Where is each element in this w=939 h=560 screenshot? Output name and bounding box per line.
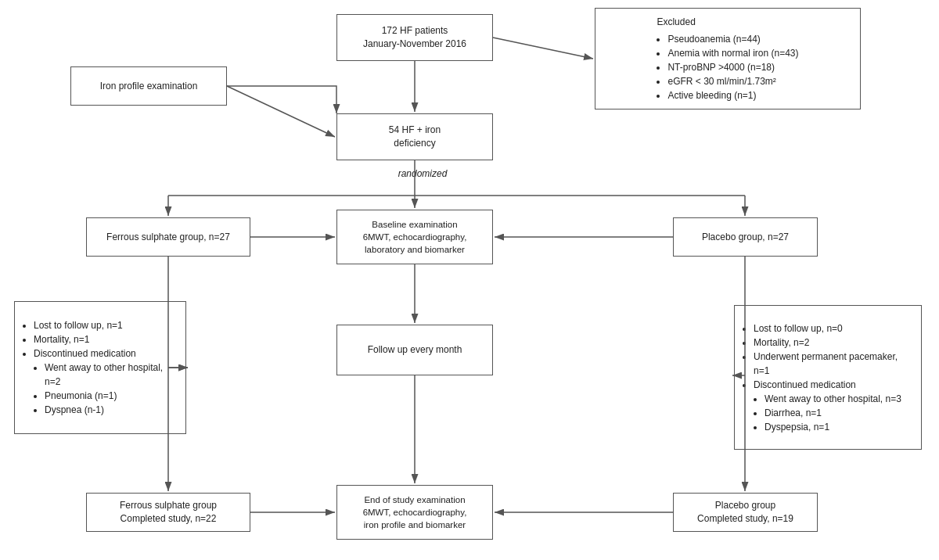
lp-item-1: Lost to follow up, n=0 [754, 321, 913, 336]
excluded-content: Excluded Pseudoanemia (n=44) Anemia with… [657, 15, 798, 102]
follow-up-text: Follow up every month [368, 343, 462, 357]
excluded-title: Excluded [657, 15, 798, 29]
lp-item-2: Mortality, n=2 [754, 336, 913, 350]
excluded-item-4: eGFR < 30 ml/min/1.73m² [667, 74, 798, 88]
svg-line-1 [227, 86, 335, 137]
excluded-item-5: Active bleeding (n=1) [667, 88, 798, 102]
lf-item-3: Discontinued medication Went away to oth… [34, 346, 178, 417]
baseline-text: Baseline examination 6MWT, echocardiogra… [363, 218, 467, 256]
lp-sub-1: Went away to other hospital, n=3 [765, 392, 913, 406]
hf-iron-box: 54 HF + iron deficiency [336, 113, 493, 160]
excluded-item-2: Anemia with normal iron (n=43) [667, 46, 798, 60]
follow-up-box: Follow up every month [336, 325, 493, 375]
lp-item-3: Underwent permanent pacemaker, n=1 [754, 350, 913, 378]
iron-profile-box: Iron profile examination [70, 66, 227, 106]
baseline-box: Baseline examination 6MWT, echocardiogra… [336, 210, 493, 264]
lp-sub-3: Dyspepsia, n=1 [765, 420, 913, 434]
ferrous-group-box: Ferrous sulphate group, n=27 [86, 217, 250, 257]
lf-sub-3: Dyspnea (n-1) [45, 403, 178, 417]
excluded-item-1: Pseudoanemia (n=44) [667, 32, 798, 46]
lp-item-4: Discontinued medication Went away to oth… [754, 378, 913, 434]
ferrous-group-text: Ferrous sulphate group, n=27 [106, 231, 230, 244]
svg-line-3 [493, 38, 593, 59]
ferrous-completed-box: Ferrous sulphate group Completed study, … [86, 493, 250, 532]
lost-placebo-box: Lost to follow up, n=0 Mortality, n=2 Un… [734, 305, 922, 450]
excluded-box: Excluded Pseudoanemia (n=44) Anemia with… [595, 8, 861, 109]
iron-profile-text: Iron profile examination [100, 80, 198, 93]
placebo-completed-text: Placebo group Completed study, n=19 [697, 499, 793, 526]
end-study-box: End of study examination 6MWT, echocardi… [336, 485, 493, 540]
excluded-item-3: NT-proBNP >4000 (n=18) [667, 60, 798, 74]
lp-sub-2: Diarrhea, n=1 [765, 406, 913, 420]
ferrous-completed-text: Ferrous sulphate group Completed study, … [120, 499, 217, 526]
placebo-group-box: Placebo group, n=27 [673, 217, 818, 257]
lost-ferrous-content: Lost to follow up, n=1 Mortality, n=1 Di… [23, 318, 178, 417]
hf-patients-box: 172 HF patients January-November 2016 [336, 14, 493, 61]
lf-sub-1: Went away to other hospital, n=2 [45, 361, 178, 389]
lf-item-2: Mortality, n=1 [34, 332, 178, 346]
flowchart-diagram: 172 HF patients January-November 2016 Ex… [0, 0, 939, 560]
end-study-text: End of study examination 6MWT, echocardi… [363, 494, 467, 531]
lost-ferrous-box: Lost to follow up, n=1 Mortality, n=1 Di… [14, 301, 186, 434]
hf-patients-text: 172 HF patients January-November 2016 [363, 24, 466, 51]
randomized-label: randomized [383, 168, 462, 179]
lf-sub-2: Pneumonia (n=1) [45, 389, 178, 403]
placebo-completed-box: Placebo group Completed study, n=19 [673, 493, 818, 532]
lost-placebo-content: Lost to follow up, n=0 Mortality, n=2 Un… [743, 321, 913, 434]
lf-item-1: Lost to follow up, n=1 [34, 318, 178, 332]
placebo-group-text: Placebo group, n=27 [702, 231, 789, 244]
hf-iron-text: 54 HF + iron deficiency [389, 124, 441, 150]
